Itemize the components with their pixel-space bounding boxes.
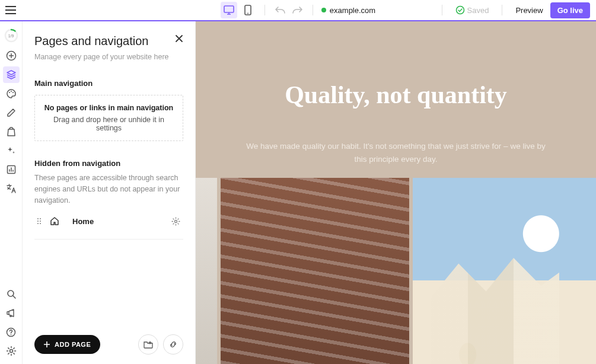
chart-icon xyxy=(7,165,16,174)
pages-panel: Pages and navigation Manage every page o… xyxy=(23,21,196,364)
svg-point-3 xyxy=(456,7,464,14)
svg-point-19 xyxy=(37,223,39,224)
dropzone-hint: Drag and drop here or unhide it in setti… xyxy=(40,116,178,132)
desktop-icon xyxy=(224,5,234,15)
main-nav-dropzone[interactable]: No pages or links in main navigation Dra… xyxy=(34,95,183,141)
plus-circle-icon xyxy=(6,50,17,61)
add-page-button[interactable]: ADD PAGE xyxy=(34,335,100,354)
redo-button[interactable] xyxy=(290,3,304,17)
layers-icon xyxy=(6,69,17,80)
add-link-button[interactable] xyxy=(163,334,183,355)
sparkles-icon xyxy=(7,146,16,155)
svg-rect-0 xyxy=(224,6,234,12)
gallery-image xyxy=(413,178,596,364)
rail-settings-button[interactable] xyxy=(3,343,20,359)
top-bar: example.com Saved Preview Go live xyxy=(0,0,596,21)
pencil-icon xyxy=(7,108,16,117)
check-circle-icon xyxy=(455,5,465,15)
help-icon xyxy=(6,327,16,337)
rail-analytics-button[interactable] xyxy=(3,161,20,178)
shopping-bag-icon xyxy=(7,126,16,137)
site-preview-canvas[interactable]: Quality, not quantity We have made quali… xyxy=(196,21,596,364)
svg-point-21 xyxy=(175,220,177,222)
domain-indicator[interactable]: example.com xyxy=(321,6,375,15)
domain-text: example.com xyxy=(330,6,375,15)
hero-subtitle: We have made quality our habit. It's not… xyxy=(196,140,596,165)
add-folder-button[interactable] xyxy=(138,334,158,355)
image-gallery xyxy=(196,178,596,364)
svg-point-14 xyxy=(9,350,12,353)
redo-icon xyxy=(292,5,302,15)
rail-translate-button[interactable] xyxy=(3,180,20,197)
svg-point-18 xyxy=(40,221,41,222)
hidden-nav-heading: Hidden from navigation xyxy=(34,159,183,168)
rail-help-button[interactable] xyxy=(3,324,20,340)
svg-point-7 xyxy=(9,92,10,93)
gear-icon xyxy=(6,346,17,356)
progress-label: 1/9 xyxy=(8,34,14,38)
folder-plus-icon xyxy=(144,340,153,349)
status-dot-icon xyxy=(321,8,326,12)
gallery-image xyxy=(196,178,217,364)
svg-point-13 xyxy=(11,334,12,335)
page-row-home[interactable]: Home xyxy=(34,209,183,233)
preview-button[interactable]: Preview xyxy=(515,6,543,15)
device-desktop-button[interactable] xyxy=(221,2,237,18)
rail-announce-button[interactable] xyxy=(3,305,20,321)
device-mobile-button[interactable] xyxy=(240,2,256,18)
left-rail: 1/9 xyxy=(0,21,23,364)
svg-point-16 xyxy=(40,218,41,219)
home-icon xyxy=(46,216,63,226)
megaphone-icon xyxy=(6,308,16,318)
divider xyxy=(264,5,265,15)
rail-pages-button[interactable] xyxy=(3,66,20,83)
main-nav-heading: Main navigation xyxy=(34,79,183,88)
menu-button[interactable] xyxy=(0,0,21,21)
search-icon xyxy=(7,289,16,299)
setup-progress[interactable]: 1/9 xyxy=(4,28,18,43)
rail-edit-button[interactable] xyxy=(3,104,20,121)
close-icon xyxy=(175,34,183,43)
mobile-icon xyxy=(244,5,251,15)
svg-point-2 xyxy=(247,13,248,14)
dropzone-title: No pages or links in main navigation xyxy=(40,104,178,112)
rail-design-button[interactable] xyxy=(3,85,20,102)
go-live-button[interactable]: Go live xyxy=(550,2,590,18)
divider xyxy=(34,239,183,240)
saved-label: Saved xyxy=(467,6,489,15)
add-page-label: ADD PAGE xyxy=(55,341,91,348)
main-area: 1/9 xyxy=(0,21,596,364)
page-label: Home xyxy=(72,217,171,226)
translate-icon xyxy=(6,183,17,194)
svg-point-20 xyxy=(40,223,41,224)
divider xyxy=(313,5,313,15)
drag-handle[interactable] xyxy=(34,218,44,225)
gallery-image xyxy=(221,178,409,364)
page-settings-button[interactable] xyxy=(171,217,183,226)
link-icon xyxy=(168,340,178,349)
hero-title: Quality, not quantity xyxy=(196,81,596,109)
svg-point-9 xyxy=(12,92,14,93)
panel-subtitle: Manage every page of your website here xyxy=(34,53,183,61)
panel-title: Pages and navigation xyxy=(34,34,183,48)
plus-icon xyxy=(44,341,50,347)
rail-ai-button[interactable] xyxy=(3,142,20,159)
rail-search-button[interactable] xyxy=(3,286,20,302)
divider xyxy=(502,5,502,15)
palette-icon xyxy=(6,88,17,99)
svg-point-17 xyxy=(37,221,39,222)
panel-close-button[interactable] xyxy=(173,32,186,45)
svg-point-15 xyxy=(37,218,39,219)
undo-button[interactable] xyxy=(273,3,288,17)
rail-store-button[interactable] xyxy=(3,123,20,140)
divider xyxy=(442,5,442,15)
drag-handle-icon xyxy=(37,218,42,225)
hidden-nav-description: These pages are accessible through searc… xyxy=(34,173,183,206)
rail-add-button[interactable] xyxy=(3,47,20,64)
saved-status: Saved xyxy=(455,5,489,15)
svg-point-8 xyxy=(11,91,12,92)
gear-icon xyxy=(171,217,180,226)
undo-icon xyxy=(275,5,286,15)
hamburger-icon xyxy=(5,6,16,14)
